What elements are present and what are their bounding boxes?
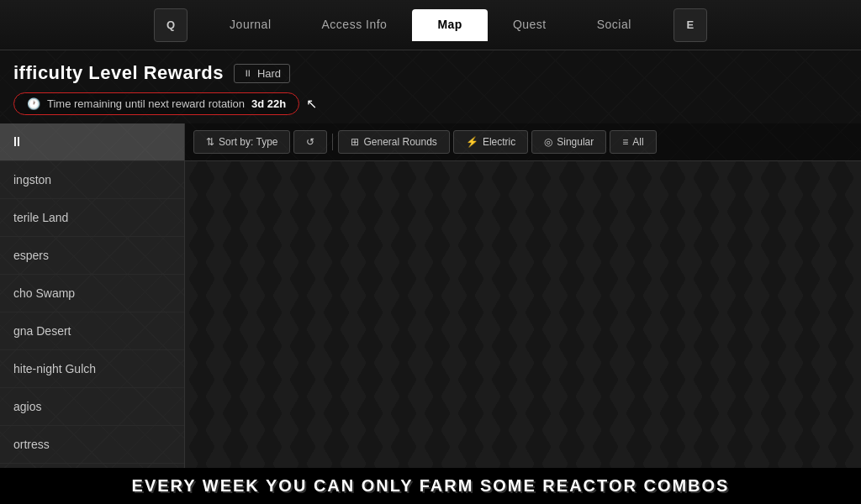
singular-label: Singular bbox=[557, 136, 594, 148]
page-title: ifficulty Level Rewards bbox=[13, 62, 224, 84]
sidebar-list: ll ingston terile Land espers cho Swamp … bbox=[0, 123, 185, 504]
list-item[interactable]: ll bbox=[0, 123, 184, 161]
electric-label: Electric bbox=[483, 136, 515, 148]
list-item[interactable]: agios bbox=[0, 388, 184, 426]
sort-type-label: Sort by: Type bbox=[219, 136, 277, 148]
sort-icon: ⇅ bbox=[206, 136, 214, 148]
singular-button[interactable]: ◎ Singular bbox=[531, 130, 606, 154]
timer-bar: 🕐 Time remaining until next reward rotat… bbox=[0, 92, 861, 123]
nav-q-button[interactable]: Q bbox=[154, 8, 188, 42]
tab-quest[interactable]: Quest bbox=[488, 9, 572, 41]
top-nav: Q Journal Access Info Map Quest Social E bbox=[0, 0, 861, 50]
nav-items: Q Journal Access Info Map Quest Social E bbox=[137, 8, 724, 42]
electric-button[interactable]: ⚡ Electric bbox=[453, 130, 528, 154]
bottom-banner: EVERY WEEK YOU CAN ONLY FARM SOME REACTO… bbox=[0, 468, 861, 504]
list-item[interactable]: hite-night Gulch bbox=[0, 350, 184, 388]
filter-divider bbox=[332, 134, 333, 150]
timer-label: Time remaining until next reward rotatio… bbox=[47, 97, 245, 110]
all-button[interactable]: ≡ All bbox=[610, 130, 656, 154]
tab-journal[interactable]: Journal bbox=[204, 9, 296, 41]
timer-box: 🕐 Time remaining until next reward rotat… bbox=[13, 92, 299, 115]
list-item[interactable]: terile Land bbox=[0, 199, 184, 237]
difficulty-badge: ⏸ Hard bbox=[234, 64, 290, 83]
difficulty-label: Hard bbox=[257, 67, 281, 80]
tab-access-info[interactable]: Access Info bbox=[297, 9, 413, 41]
cursor-arrow: ↖ bbox=[306, 96, 317, 112]
clock-icon: 🕐 bbox=[27, 97, 40, 110]
right-content: ⇅ Sort by: Type ↺ ⊞ General Rounds ⚡ Ele… bbox=[185, 123, 861, 504]
pause-icon: ⏸ bbox=[243, 68, 252, 78]
reset-button[interactable]: ↺ bbox=[293, 130, 327, 154]
general-rounds-icon: ⊞ bbox=[351, 136, 359, 148]
sort-type-button[interactable]: ⇅ Sort by: Type bbox=[193, 130, 290, 154]
singular-icon: ◎ bbox=[544, 136, 552, 148]
list-item[interactable]: ingston bbox=[0, 161, 184, 199]
page-header: ifficulty Level Rewards ⏸ Hard bbox=[0, 50, 861, 92]
map-area bbox=[185, 161, 861, 504]
list-item[interactable]: espers bbox=[0, 237, 184, 275]
tab-social[interactable]: Social bbox=[572, 9, 657, 41]
list-item[interactable]: gna Desert bbox=[0, 312, 184, 350]
reset-icon: ↺ bbox=[306, 136, 314, 148]
list-item[interactable]: cho Swamp bbox=[0, 275, 184, 312]
electric-icon: ⚡ bbox=[466, 136, 478, 148]
filter-bar: ⇅ Sort by: Type ↺ ⊞ General Rounds ⚡ Ele… bbox=[185, 123, 861, 161]
body-split: ll ingston terile Land espers cho Swamp … bbox=[0, 123, 861, 504]
all-label: All bbox=[632, 136, 643, 148]
all-icon: ≡ bbox=[622, 136, 628, 148]
general-rounds-button[interactable]: ⊞ General Rounds bbox=[338, 130, 449, 154]
nav-e-button[interactable]: E bbox=[673, 8, 707, 42]
main-content: ifficulty Level Rewards ⏸ Hard 🕐 Time re… bbox=[0, 50, 861, 504]
bottom-banner-text: EVERY WEEK YOU CAN ONLY FARM SOME REACTO… bbox=[132, 476, 730, 495]
list-item[interactable]: ortress bbox=[0, 426, 184, 464]
general-rounds-label: General Rounds bbox=[363, 136, 436, 148]
timer-value: 3d 22h bbox=[251, 97, 286, 110]
tab-map[interactable]: Map bbox=[412, 9, 488, 41]
